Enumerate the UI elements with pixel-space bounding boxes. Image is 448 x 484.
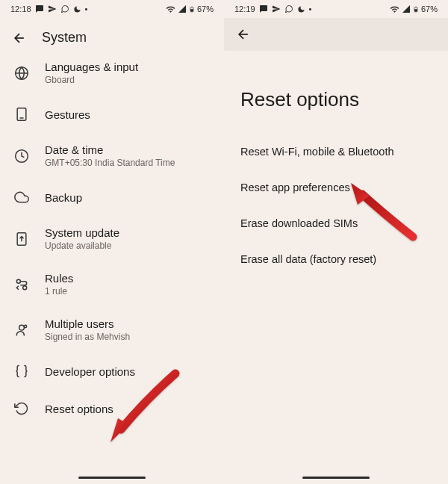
dnd-icon — [297, 5, 305, 13]
reset-icon — [13, 400, 30, 417]
nav-pill[interactable] — [302, 477, 370, 479]
item-title: Erase all data (factory reset) — [240, 253, 376, 265]
gestures-icon — [13, 106, 30, 122]
battery-pct: 67% — [421, 4, 438, 13]
item-reset-app-preferences[interactable]: Reset app preferences — [224, 170, 448, 205]
back-button[interactable] — [12, 31, 27, 46]
update-icon — [13, 231, 30, 247]
item-erase-sims[interactable]: Erase downloaded SIMs — [224, 205, 448, 241]
nav-pill[interactable] — [78, 477, 146, 479]
item-title: Backup — [45, 191, 211, 204]
svg-point-12 — [23, 285, 27, 289]
item-backup[interactable]: Backup — [0, 179, 224, 216]
whatsapp-icon — [284, 4, 293, 13]
cloud-icon — [13, 189, 30, 205]
reset-list: Reset Wi-Fi, mobile & Bluetooth Reset ap… — [224, 134, 448, 471]
page-title: System — [42, 30, 87, 46]
dot-icon: • — [85, 4, 88, 13]
message-icon — [35, 4, 44, 13]
item-title: Rules — [45, 272, 211, 285]
item-title: Erase downloaded SIMs — [240, 217, 358, 229]
item-title: Languages & input — [45, 60, 211, 73]
settings-list: Languages & inputGboard Gestures Date & … — [0, 50, 224, 471]
battery-pct: 67% — [197, 4, 214, 13]
item-rules[interactable]: Rules1 rule — [0, 261, 224, 307]
phone-left: 12:18 • 67% System Languages & inputGboa… — [0, 0, 224, 484]
status-bar: 12:18 • 67% — [0, 0, 224, 18]
message-icon — [259, 4, 268, 13]
clock-icon — [13, 148, 30, 164]
item-gestures[interactable]: Gestures — [0, 96, 224, 133]
signal-icon — [402, 4, 411, 13]
item-factory-reset[interactable]: Erase all data (factory reset) — [224, 241, 448, 277]
item-title: Reset app preferences — [240, 182, 350, 193]
page-title: Reset options — [224, 51, 448, 134]
item-languages-input[interactable]: Languages & inputGboard — [0, 50, 224, 96]
item-date-time[interactable]: Date & timeGMT+05:30 India Standard Time — [0, 133, 224, 179]
telegram-icon — [48, 4, 57, 13]
whatsapp-icon — [60, 4, 69, 13]
svg-rect-17 — [415, 9, 417, 11]
dnd-icon — [73, 5, 81, 13]
rules-icon — [13, 276, 30, 293]
item-title: Reset options — [45, 403, 211, 415]
wifi-icon — [166, 4, 175, 14]
svg-point-13 — [19, 325, 25, 330]
item-sub: GMT+05:30 India Standard Time — [45, 158, 211, 168]
item-title: Date & time — [45, 143, 211, 156]
nav-bar — [0, 471, 224, 484]
svg-rect-6 — [17, 108, 26, 121]
dot-icon: • — [309, 4, 312, 13]
item-system-update[interactable]: System updateUpdate available — [0, 216, 224, 261]
back-button[interactable] — [236, 27, 251, 42]
item-title: System update — [45, 226, 211, 239]
telegram-icon — [272, 4, 281, 13]
battery-icon — [189, 4, 195, 14]
svg-point-11 — [16, 279, 20, 283]
phone-right: 12:19 • 67% Reset options Reset Wi-Fi, m… — [224, 0, 448, 484]
item-developer-options[interactable]: Developer options — [0, 353, 224, 390]
header: System — [0, 18, 224, 50]
item-sub: Signed in as Mehvish — [45, 332, 211, 342]
nav-bar — [224, 471, 448, 484]
item-sub: 1 rule — [45, 286, 211, 297]
status-time: 12:19 — [234, 4, 255, 13]
item-sub: Update available — [45, 241, 211, 251]
signal-icon — [178, 4, 187, 13]
item-reset-wifi[interactable]: Reset Wi-Fi, mobile & Bluetooth — [224, 134, 448, 170]
braces-icon — [13, 363, 30, 379]
item-reset-options[interactable]: Reset options — [0, 390, 224, 427]
status-time: 12:18 — [10, 4, 31, 13]
globe-icon — [13, 65, 30, 81]
svg-rect-2 — [191, 9, 193, 11]
item-sub: Gboard — [45, 75, 211, 85]
item-title: Reset Wi-Fi, mobile & Bluetooth — [240, 146, 394, 158]
wifi-icon — [390, 4, 399, 14]
item-title: Multiple users — [45, 317, 211, 330]
svg-point-14 — [24, 325, 26, 327]
status-bar: 12:19 • 67% — [224, 0, 448, 18]
users-icon — [13, 322, 30, 338]
battery-icon — [413, 4, 419, 14]
header — [224, 18, 448, 51]
item-title: Developer options — [45, 365, 211, 378]
item-multiple-users[interactable]: Multiple usersSigned in as Mehvish — [0, 307, 224, 353]
item-title: Gestures — [45, 108, 211, 121]
